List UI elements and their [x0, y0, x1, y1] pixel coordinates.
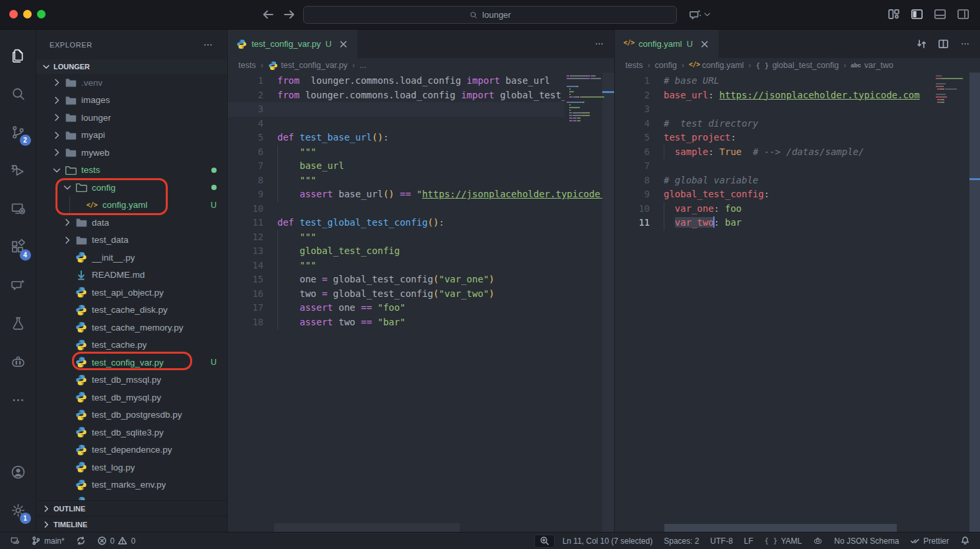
code-line-5[interactable]: 5test_project: [615, 131, 980, 145]
tree-item-test_data[interactable]: test_data [36, 232, 227, 249]
status-eol[interactable]: LF [741, 533, 757, 549]
close-window-button[interactable] [9, 10, 18, 18]
code-line-8[interactable]: 8# global variable [615, 174, 980, 188]
code-line-11[interactable]: 11 var_two: bar [615, 216, 980, 230]
code-line-18[interactable]: 18 assert two == "bar" [228, 315, 614, 330]
code-line-10[interactable]: 10 [228, 202, 614, 216]
code-line-13[interactable]: 13 global_test_config [228, 244, 614, 259]
tree-item-__init__.py[interactable]: __init__.py [36, 249, 227, 267]
tree-item-test_marks_env.py[interactable]: test_marks_env.py [36, 476, 227, 494]
tree-item-tests[interactable]: tests [36, 162, 227, 179]
code-line-14[interactable]: 14 """ [228, 259, 614, 273]
tree-item-test_db_mssql.py[interactable]: test_db_mssql.py [36, 371, 227, 389]
horizontal-scrollbar[interactable] [664, 524, 897, 532]
tree-item-myapi[interactable]: myapi [36, 127, 227, 145]
tree-item-test_dependence.py[interactable]: test_dependence.py [36, 441, 227, 459]
code-line-1[interactable]: 1from lounger.commons.load_config import… [228, 74, 614, 88]
status-copilot-status[interactable] [810, 533, 826, 549]
code-editor-python[interactable]: 1from lounger.commons.load_config import… [228, 73, 614, 532]
breadcrumb-item[interactable]: ... [360, 61, 367, 70]
vertical-scrollbar[interactable] [969, 73, 980, 532]
zoom-window-button[interactable] [37, 10, 46, 18]
activity-run-debug[interactable] [0, 154, 36, 187]
close-icon[interactable] [338, 39, 349, 49]
panel-bottom-icon[interactable] [934, 8, 946, 20]
tree-item-images[interactable]: images [36, 92, 227, 110]
breadcrumb-item[interactable]: </>config.yaml [689, 61, 744, 70]
minimize-window-button[interactable] [23, 10, 32, 18]
explorer-actions-more-icon[interactable] [202, 39, 214, 51]
activity-remote-explorer[interactable] [0, 192, 36, 225]
tree-item-config.yaml[interactable]: </>config.yamlU [36, 197, 227, 214]
tree-item-test_db_mysql.py[interactable]: test_db_mysql.py [36, 389, 227, 406]
status-encoding[interactable]: UTF-8 [707, 533, 736, 549]
code-line-6[interactable]: 6 sample: True # --> /datas/sample/ [615, 145, 980, 160]
status-remote[interactable] [7, 533, 23, 549]
vertical-scrollbar[interactable] [602, 73, 614, 532]
status-problems[interactable]: 00 [94, 533, 139, 549]
horizontal-scrollbar[interactable] [274, 523, 460, 532]
code-line-3[interactable]: 3 [615, 102, 980, 117]
tree-item-test_api_object.py[interactable]: test_api_object.py [36, 284, 227, 302]
activity-search[interactable] [0, 77, 36, 110]
status-branch[interactable]: main* [28, 533, 68, 549]
workspace-section-header[interactable]: LOUNGER [36, 59, 227, 74]
breadcrumb-item[interactable]: config [655, 61, 677, 70]
more-icon[interactable] [594, 38, 605, 49]
code-line-15[interactable]: 15 one = global_test_config("var_one") [228, 273, 614, 287]
status-indentation[interactable]: Spaces: 2 [660, 533, 702, 549]
status-json-schema[interactable]: No JSON Schema [831, 533, 902, 549]
arrow-left-icon[interactable] [262, 7, 275, 22]
status-sync[interactable] [73, 533, 89, 549]
minimap[interactable] [565, 74, 602, 123]
tab-test-config-var-py[interactable]: test_config_var.py U [228, 30, 357, 58]
code-line-8[interactable]: 8 """ [228, 174, 614, 188]
code-line-9[interactable]: 9 assert base_url() == "https://jsonplac… [228, 187, 614, 202]
breadcrumb-item[interactable]: { }global_test_config [756, 61, 839, 70]
panel-left-icon[interactable] [911, 8, 923, 20]
command-center-search[interactable]: lounger [303, 6, 677, 24]
layout-icon[interactable] [888, 8, 900, 20]
breadcrumb-item[interactable]: tests [238, 61, 256, 70]
code-line-1[interactable]: 1# base URL [615, 74, 980, 88]
activity-testing[interactable] [0, 307, 36, 340]
split-icon[interactable] [938, 38, 949, 49]
activity-source-control[interactable]: 2 [0, 115, 36, 148]
breadcrumb-item[interactable]: abcvar_two [851, 61, 893, 70]
tree-item-test_log.py[interactable]: test_log.py [36, 459, 227, 476]
outline-section[interactable]: OUTLINE [36, 500, 227, 516]
copilot-chat-menu[interactable] [689, 7, 711, 22]
code-line-12[interactable]: 12 """ [228, 230, 614, 245]
close-icon[interactable] [699, 39, 710, 49]
tree-item-lounger[interactable]: lounger [36, 109, 227, 127]
code-line-9[interactable]: 9global_test_config: [615, 187, 980, 202]
code-line-11[interactable]: 11def test_global_test_config(): [228, 216, 614, 230]
activity-copilot[interactable] [0, 345, 36, 378]
tree-item-test_cache.py[interactable]: test_cache.py [36, 337, 227, 354]
breadcrumb-item[interactable]: tests [625, 61, 643, 70]
activity-accounts[interactable] [0, 455, 36, 488]
tree-item-config[interactable]: config [36, 179, 227, 197]
status-language-mode[interactable]: { }YAML [761, 533, 806, 549]
activity-extensions[interactable]: 4 [0, 230, 36, 263]
code-line-7[interactable]: 7 base_url [228, 159, 614, 174]
code-line-7[interactable]: 7 [615, 159, 980, 174]
activity-more-views[interactable] [0, 383, 36, 416]
code-line-16[interactable]: 16 two = global_test_config("var_two") [228, 287, 614, 302]
tab-config-yaml[interactable]: </> config.yaml U [615, 30, 718, 58]
tree-item-myweb[interactable]: myweb [36, 144, 227, 162]
status-zoom[interactable] [534, 534, 555, 548]
activity-chat[interactable] [0, 269, 36, 302]
tree-item-.venv[interactable]: .venv [36, 74, 227, 92]
tree-item-README.md[interactable]: README.md [36, 267, 227, 284]
tree-item-data[interactable]: data [36, 214, 227, 232]
code-line-2[interactable]: 2from lounger.commons.load_config import… [228, 88, 614, 103]
tree-item-test_cache_memory.py[interactable]: test_cache_memory.py [36, 319, 227, 337]
tree-item-partial[interactable] [36, 494, 227, 500]
code-line-6[interactable]: 6 """ [228, 145, 614, 160]
breadcrumb-item[interactable]: test_config_var.py [268, 61, 348, 70]
tree-item-test_cache_disk.py[interactable]: test_cache_disk.py [36, 302, 227, 319]
minimap[interactable] [934, 74, 969, 104]
status-prettier[interactable]: Prettier [907, 533, 952, 549]
tree-item-test_db_sqlite3.py[interactable]: test_db_sqlite3.py [36, 424, 227, 441]
